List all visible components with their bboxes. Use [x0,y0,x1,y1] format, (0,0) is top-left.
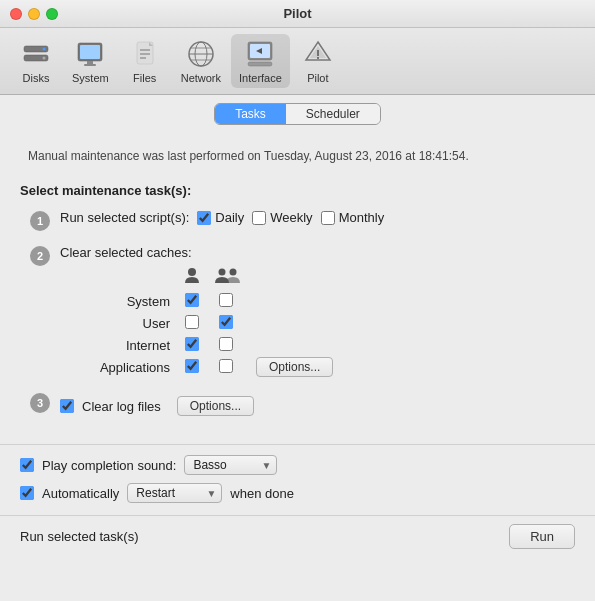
cache-row-user: User [60,312,565,334]
titlebar: Pilot [0,0,595,28]
log-options-button[interactable]: Options... [177,396,254,416]
traffic-lights [10,8,58,20]
task3-content: Clear log files Options... [60,392,565,416]
auto-select[interactable]: Restart Shut Down Sleep Log Out Do Nothi… [127,483,222,503]
toolbar-item-network[interactable]: Network [173,34,229,88]
interface-icon [244,38,276,70]
cache-name-internet: Internet [60,338,170,353]
caches-table: System User [60,266,565,378]
applications-check1 [180,359,204,376]
task1-content: Run selected script(s): Daily Weekly Mon… [60,210,565,231]
window-title: Pilot [283,6,311,21]
applications-user2-checkbox[interactable] [219,359,233,373]
internet-check1 [180,337,204,354]
task2-label-row: Clear selected caches: [60,245,565,260]
user-user2-checkbox[interactable] [219,315,233,329]
task-row-1: 1 Run selected script(s): Daily Weekly [30,210,565,231]
tab-bar: Tasks Scheduler [0,95,595,133]
task2-label: Clear selected caches: [60,245,192,260]
svg-point-3 [43,57,46,60]
caches-header [60,266,565,288]
sound-row: Play completion sound: Basso Blow Bottle… [20,455,575,475]
auto-checkbox[interactable] [20,486,34,500]
clear-log-checkbox[interactable] [60,399,74,413]
task-number-2: 2 [30,246,50,266]
tab-tasks[interactable]: Tasks [215,104,286,124]
files-icon [129,38,161,70]
svg-rect-21 [248,62,272,66]
auto-select-wrap: Restart Shut Down Sleep Log Out Do Nothi… [127,483,222,503]
system-user1-checkbox[interactable] [185,293,199,307]
user-user1-checkbox[interactable] [185,315,199,329]
system-label: System [72,72,109,84]
toolbar-item-files[interactable]: Files [119,34,171,88]
run-row: Run selected task(s) Run [0,515,595,557]
network-icon [185,38,217,70]
applications-user1-checkbox[interactable] [185,359,199,373]
bottom-section: Play completion sound: Basso Blow Bottle… [0,444,595,503]
cache-name-applications: Applications [60,360,170,375]
monthly-checkbox[interactable] [321,211,335,225]
interface-label: Interface [239,72,282,84]
svg-rect-6 [87,61,93,64]
system-check2 [214,293,238,310]
user-check2 [214,315,238,332]
cache-checks-user [180,315,238,332]
play-sound-label[interactable]: Play completion sound: [42,458,176,473]
monthly-label[interactable]: Monthly [339,210,385,225]
monthly-group: Monthly [321,210,385,225]
run-button[interactable]: Run [509,524,575,549]
log-row: Clear log files Options... [60,396,565,416]
pilot-label: Pilot [307,72,328,84]
clear-log-label[interactable]: Clear log files [82,399,161,414]
pilot-icon [302,38,334,70]
when-done-label: when done [230,486,294,501]
internet-user2-checkbox[interactable] [219,337,233,351]
task-row-3: 3 Clear log files Options... [30,392,565,416]
disks-icon [20,38,52,70]
internet-user1-checkbox[interactable] [185,337,199,351]
svg-point-26 [188,268,196,276]
weekly-label[interactable]: Weekly [270,210,312,225]
task1-label-row: Run selected script(s): Daily Weekly Mon… [60,210,565,225]
task-number-1: 1 [30,211,50,231]
weekly-checkbox[interactable] [252,211,266,225]
minimize-button[interactable] [28,8,40,20]
task1-label: Run selected script(s): [60,210,189,225]
toolbar-item-pilot[interactable]: Pilot [292,34,344,88]
cache-checks-system [180,293,238,310]
main-content: Manual maintenance was last performed on… [0,133,595,440]
system-user2-checkbox[interactable] [219,293,233,307]
toolbar: Disks System Files [0,28,595,95]
cache-checks-internet [180,337,238,354]
internet-check2 [214,337,238,354]
daily-checkbox[interactable] [197,211,211,225]
toolbar-item-disks[interactable]: Disks [10,34,62,88]
network-label: Network [181,72,221,84]
single-user-icon [180,266,204,288]
svg-point-2 [43,48,46,51]
system-check1 [180,293,204,310]
maximize-button[interactable] [46,8,58,20]
task-row-2: 2 Clear selected caches: [30,245,565,378]
sound-select[interactable]: Basso Blow Bottle Frog Funk Glass Hero M… [184,455,277,475]
cache-name-user: User [60,316,170,331]
play-sound-checkbox[interactable] [20,458,34,472]
cache-row-applications: Applications Options... [60,356,565,378]
toolbar-item-interface[interactable]: Interface [231,34,290,88]
close-button[interactable] [10,8,22,20]
cache-row-internet: Internet [60,334,565,356]
toolbar-item-system[interactable]: System [64,34,117,88]
section-title: Select maintenance task(s): [20,183,575,198]
cache-row-system: System [60,290,565,312]
task2-content: Clear selected caches: [60,245,565,378]
svg-point-27 [219,269,226,276]
info-text: Manual maintenance was last performed on… [20,143,575,169]
tab-scheduler[interactable]: Scheduler [286,104,380,124]
info-text-content: Manual maintenance was last performed on… [28,149,469,163]
daily-label[interactable]: Daily [215,210,244,225]
caches-options-button[interactable]: Options... [256,357,333,377]
daily-group: Daily [197,210,244,225]
auto-label[interactable]: Automatically [42,486,119,501]
svg-rect-5 [80,45,100,59]
